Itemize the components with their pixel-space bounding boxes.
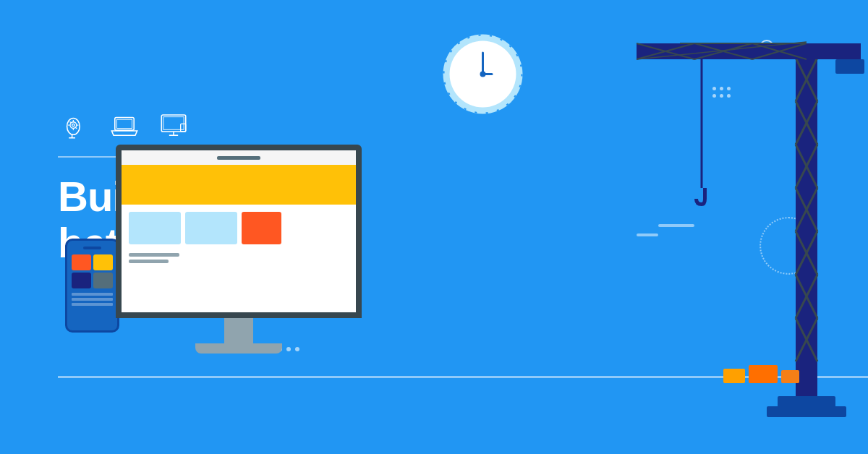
construction-blocks <box>723 365 799 383</box>
screen-card-3 <box>242 212 281 244</box>
svg-rect-11 <box>161 115 185 132</box>
icons-row <box>58 108 339 143</box>
phone-app-1 <box>72 254 91 270</box>
svg-line-8 <box>76 128 77 129</box>
block-3 <box>781 370 799 383</box>
screen-content-area <box>122 205 356 270</box>
svg-point-21 <box>480 72 486 77</box>
screen-card-2 <box>185 212 237 244</box>
screen-title-bar <box>217 156 260 160</box>
phone-app-grid <box>72 254 113 288</box>
phone-app-4 <box>93 273 113 288</box>
clock <box>441 33 524 119</box>
phone-app-3 <box>72 273 91 288</box>
laptop-icon <box>107 108 142 143</box>
desktop-monitor <box>116 145 362 354</box>
phone-line-2 <box>72 298 113 301</box>
phone-text-lines <box>72 293 113 306</box>
mobile-phone <box>65 239 119 333</box>
monitor-neck <box>224 318 253 343</box>
screen-top-bar <box>122 150 356 165</box>
desktop-monitor-icon <box>156 108 191 143</box>
monitor-screen <box>116 145 362 318</box>
screen-line <box>129 253 179 257</box>
crane-svg <box>615 0 868 419</box>
block-2 <box>749 365 778 383</box>
svg-rect-10 <box>116 119 132 128</box>
phone-body <box>65 239 119 333</box>
svg-point-1 <box>70 122 77 129</box>
screen-line <box>129 260 169 263</box>
screen-card-1 <box>129 212 181 244</box>
svg-rect-45 <box>835 59 864 74</box>
clock-svg <box>441 33 524 116</box>
phone-line-3 <box>72 303 113 306</box>
monitor-base <box>195 343 282 354</box>
screen-text-lines-1 <box>129 253 349 263</box>
svg-rect-15 <box>181 124 186 132</box>
svg-line-7 <box>70 121 71 122</box>
svg-rect-44 <box>807 43 861 59</box>
phone-line-1 <box>72 293 113 296</box>
block-1 <box>723 369 745 383</box>
svg-point-2 <box>72 124 75 127</box>
phone-speaker <box>83 247 101 249</box>
phone-app-2 <box>93 254 113 270</box>
svg-rect-50 <box>767 406 846 417</box>
screen-yellow-band <box>122 165 356 205</box>
brain-gear-icon <box>58 108 93 143</box>
